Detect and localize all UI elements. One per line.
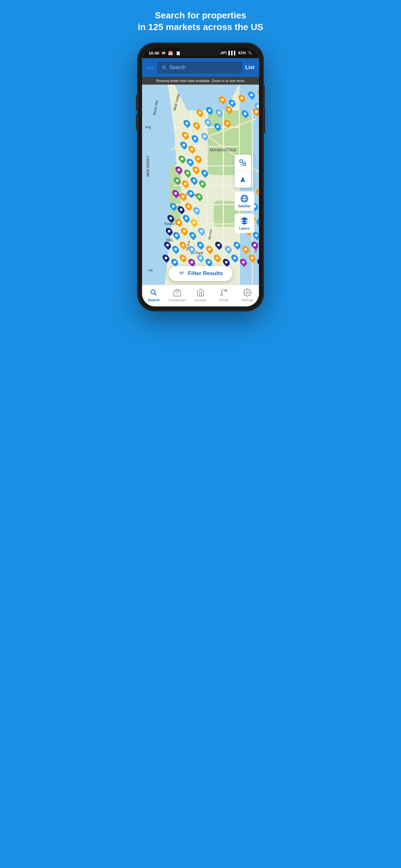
time-display: 16:40 (149, 51, 159, 56)
filter-icon (178, 270, 185, 277)
nav-item-settings[interactable]: Settings (236, 288, 259, 302)
pin (187, 144, 197, 154)
select-area-button[interactable] (235, 154, 251, 171)
route-nav-icon (220, 288, 228, 297)
route-nav-label: Route (219, 298, 228, 302)
pin (177, 154, 187, 164)
pin (192, 206, 202, 215)
battery-display: 61% (238, 51, 246, 55)
pin (247, 253, 257, 263)
pin (174, 218, 184, 227)
pin (192, 121, 202, 130)
navigate-button[interactable] (235, 171, 251, 188)
pin (247, 90, 256, 100)
pin (190, 134, 200, 144)
layers-label: Layers (239, 227, 250, 230)
pin (197, 179, 207, 189)
pin (222, 119, 232, 128)
pin (178, 240, 188, 250)
groups-nav-label: Groups (195, 298, 206, 302)
pin (214, 240, 223, 250)
pin (194, 192, 204, 202)
pin (170, 257, 180, 267)
satellite-label: Satellite (238, 205, 251, 208)
pin (240, 109, 250, 119)
phone-frame: 16:40 ✉ 📅 📋 ··· 🔇 WiFi ▌▌▌ 61% 🔌 ··· (137, 43, 264, 311)
email-icon: ✉ (162, 51, 165, 56)
mute-icon: 🔇 (212, 51, 217, 55)
zoom-banner: Showing fewer than total available. Zoom… (142, 77, 259, 85)
more-icon: ··· (183, 51, 187, 56)
pin (195, 108, 205, 118)
pin (218, 95, 227, 104)
pin (183, 168, 192, 178)
svg-point-12 (221, 293, 223, 296)
search-nav-icon (150, 288, 158, 297)
pin (205, 105, 214, 115)
pin (241, 244, 251, 254)
search-nav-label: Search (148, 298, 160, 302)
filter-label: Filter Results (188, 270, 223, 277)
pin (180, 226, 189, 236)
svg-point-14 (246, 291, 249, 294)
search-icon (162, 65, 167, 70)
pin (181, 179, 190, 189)
pin (221, 257, 231, 267)
pin (178, 253, 188, 263)
menu-button[interactable]: ··· (147, 64, 154, 71)
pin (189, 176, 199, 185)
companies-nav-icon (173, 288, 181, 297)
settings-nav-label: Settings (241, 298, 254, 302)
pin (223, 244, 233, 254)
pin (197, 226, 206, 236)
pin (184, 202, 193, 211)
app-header: ··· Search List (142, 58, 259, 77)
pin (212, 253, 222, 263)
list-button[interactable]: List (245, 65, 254, 70)
pin (200, 131, 210, 141)
pin (181, 213, 191, 223)
pin (200, 168, 210, 178)
pin (163, 240, 173, 250)
pin (258, 176, 259, 185)
svg-rect-1 (243, 163, 246, 166)
pin (230, 253, 240, 263)
pin (171, 244, 181, 254)
filter-results-button[interactable]: Filter Results (168, 266, 233, 281)
phone-screen: 16:40 ✉ 📅 📋 ··· 🔇 WiFi ▌▌▌ 61% 🔌 ··· (142, 48, 259, 306)
nav-item-companies[interactable]: Companies (165, 288, 189, 302)
pin (250, 240, 259, 250)
pin (168, 202, 178, 211)
layers-button[interactable]: Layers (235, 213, 254, 233)
groups-nav-icon (196, 288, 205, 297)
wifi-icon: WiFi (219, 51, 227, 55)
map-controls: Satellite Layers (235, 154, 254, 233)
pin (189, 218, 199, 227)
pin (179, 140, 189, 150)
search-bar[interactable]: Search (157, 61, 242, 73)
pin (187, 244, 197, 254)
pin (182, 119, 192, 128)
pin (255, 188, 259, 197)
pin (173, 176, 182, 185)
companies-nav-label: Companies (168, 298, 186, 302)
nav-item-search[interactable]: Search (142, 288, 165, 302)
pin (164, 226, 174, 236)
svg-point-8 (152, 291, 154, 292)
map-area[interactable]: MANHATTAN Garde erg NEW JERSEY Queensbri… (142, 85, 259, 285)
settings-nav-icon (243, 288, 251, 297)
nav-item-groups[interactable]: Groups (189, 288, 212, 302)
pin (203, 118, 213, 127)
pin (256, 89, 259, 98)
pin (181, 130, 190, 140)
pin (214, 108, 224, 118)
bottom-nav: Search Companies Groups (142, 285, 259, 306)
nav-item-route[interactable]: Route (212, 288, 235, 302)
power-button (264, 107, 265, 133)
volume-up-button (136, 95, 137, 111)
pin (239, 257, 248, 267)
pin (174, 165, 184, 175)
satellite-button[interactable]: Satellite (235, 191, 254, 211)
pin (172, 230, 181, 240)
pin (196, 253, 205, 263)
